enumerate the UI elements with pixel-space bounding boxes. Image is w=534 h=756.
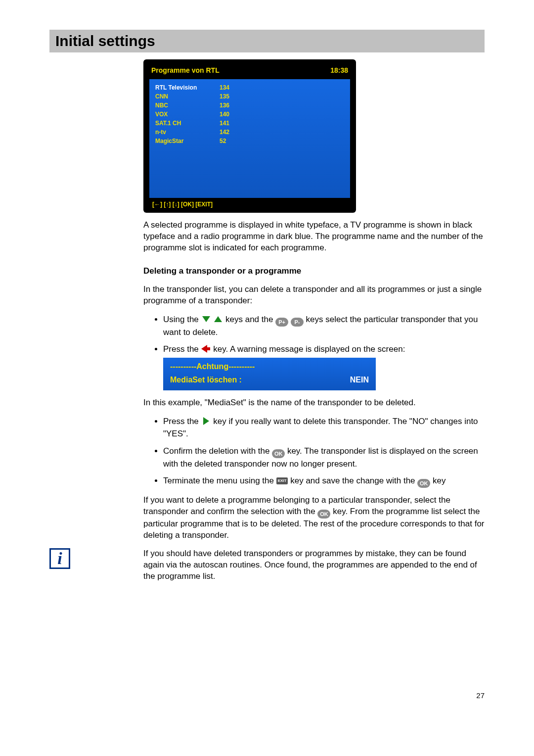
programme-name: CNN	[155, 93, 220, 100]
warning-label: MediaSet löschen :	[170, 374, 242, 385]
paragraph: If you want to delete a programme belong…	[143, 495, 485, 541]
warning-dialog-screenshot: ----------Achtung---------- MediaSet lös…	[163, 358, 376, 390]
table-row: NBC136	[155, 101, 344, 110]
programme-number: 136	[220, 102, 229, 109]
tv-programme-list-screenshot: Programme von RTL 18:38 RTL Television13…	[143, 59, 356, 213]
paragraph: A selected programme is displayed in whi…	[143, 220, 485, 254]
table-row: n-tv142	[155, 128, 344, 137]
warning-value: NEIN	[350, 374, 369, 385]
programme-number: 141	[220, 120, 229, 127]
p-minus-key-icon: P-	[291, 318, 304, 327]
list-item: Terminate the menu using the EXIT key an…	[163, 475, 485, 488]
section-heading: Deleting a transponder or a programme	[143, 266, 485, 277]
programme-name: MagicStar	[155, 138, 220, 144]
list-item: Press the key. A warning message is disp…	[163, 343, 485, 390]
page-title: Initial settings	[55, 33, 479, 49]
programme-number: 135	[220, 93, 229, 100]
list-item: Confirm the deletion with the OK key. Th…	[163, 445, 485, 471]
table-row: CNN135	[155, 92, 344, 101]
tv-list-title: Programme von RTL	[151, 66, 220, 74]
p-plus-key-icon: P+	[275, 318, 288, 327]
list-item: Using the keys and the P+ P- keys select…	[163, 314, 485, 339]
info-paragraph: If you should have deleted transponders …	[143, 548, 485, 582]
programme-number: 140	[220, 111, 229, 118]
programme-number: 134	[220, 84, 229, 91]
programme-name: SAT.1 CH	[155, 120, 220, 127]
programme-name: RTL Television	[155, 84, 220, 91]
red-left-arrow-icon	[201, 345, 211, 353]
programme-name: VOX	[155, 111, 220, 118]
info-icon: i	[49, 548, 70, 569]
title-bar: Initial settings	[49, 30, 485, 52]
exit-key-icon: EXIT	[276, 477, 288, 484]
programme-name: NBC	[155, 102, 220, 109]
arrow-right-icon	[201, 417, 211, 425]
table-row: SAT.1 CH141	[155, 119, 344, 128]
ok-key-icon: OK	[417, 479, 430, 488]
ok-key-icon: OK	[272, 449, 285, 458]
list-item: Press the key if you really want to dele…	[163, 416, 485, 440]
table-row: MagicStar52	[155, 137, 344, 145]
programme-name: n-tv	[155, 129, 220, 136]
page-number: 27	[49, 691, 485, 700]
table-row: RTL Television134	[155, 83, 344, 92]
table-row: VOX140	[155, 110, 344, 119]
warning-title: ----------Achtung----------	[170, 361, 369, 372]
tv-clock: 18:38	[330, 66, 348, 74]
paragraph: In the transponder list, you can delete …	[143, 284, 485, 307]
ok-key-icon: OK	[317, 510, 330, 519]
paragraph: In this example, "MediaSet" is the name …	[143, 397, 485, 409]
programme-number: 142	[220, 129, 229, 136]
arrow-down-icon	[201, 315, 211, 324]
tv-footer-keys: [←] [↑] [↓] [OK] [EXIT]	[149, 198, 350, 209]
arrow-up-icon	[213, 315, 223, 324]
programme-number: 52	[220, 138, 226, 144]
